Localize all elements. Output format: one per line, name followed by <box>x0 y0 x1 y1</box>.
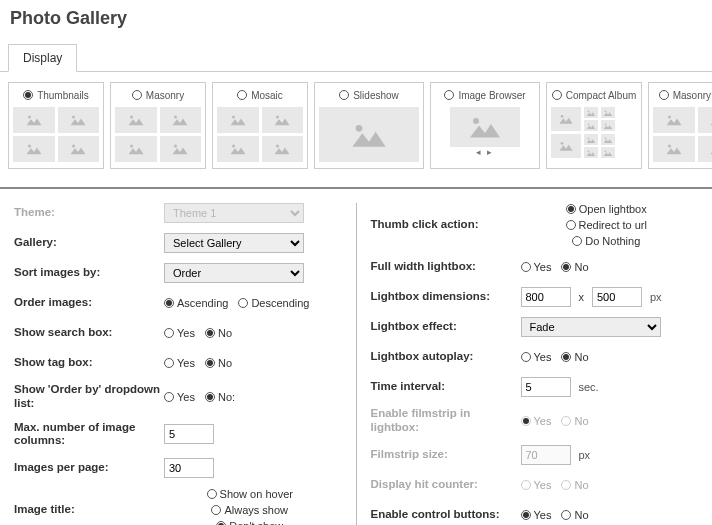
tag-no-radio[interactable]: No <box>205 357 232 369</box>
tag-yes-radio[interactable]: Yes <box>164 357 195 369</box>
imgtitle-hover-radio[interactable]: Show on hover <box>207 488 293 500</box>
page-title: Photo Gallery <box>10 8 702 29</box>
theme-select: Theme 1 <box>164 203 304 223</box>
svg-point-4 <box>130 116 133 119</box>
view-card-slideshow[interactable]: Slideshow <box>314 82 424 169</box>
interval-input[interactable] <box>521 377 571 397</box>
svg-point-26 <box>668 145 671 148</box>
view-card-masonry[interactable]: Masonry <box>110 82 206 169</box>
view-preview <box>115 107 201 162</box>
autoplay-label: Lightbox autoplay: <box>371 350 521 364</box>
page-header: Photo Gallery <box>0 0 712 43</box>
order-asc-radio[interactable]: Ascending <box>164 297 228 309</box>
ctrl-label: Enable control buttons: <box>371 508 521 522</box>
view-label: Image Browser <box>458 90 525 101</box>
interval-label: Time interval: <box>371 380 521 394</box>
orderby-label: Show 'Order by' dropdown list: <box>14 383 164 411</box>
svg-point-6 <box>130 145 133 148</box>
svg-point-16 <box>588 123 590 125</box>
view-card-masonry-albu[interactable]: Masonry Albu <box>648 82 712 169</box>
order-label: Order images: <box>14 296 164 310</box>
search-label: Show search box: <box>14 326 164 340</box>
tag-label: Show tag box: <box>14 356 164 370</box>
filmstrip-yes-radio: Yes <box>521 415 552 427</box>
settings-right-column: Thumb click action: Open lightbox Redire… <box>357 203 713 525</box>
svg-point-18 <box>605 123 607 125</box>
imgtitle-always-radio[interactable]: Always show <box>211 504 288 516</box>
svg-point-11 <box>276 145 279 148</box>
orderby-yes-radio[interactable]: Yes <box>164 391 195 403</box>
autoplay-no-radio[interactable]: No <box>561 351 588 363</box>
theme-label: Theme: <box>14 206 164 220</box>
filmstrip-no-radio: No <box>561 415 588 427</box>
view-label: Slideshow <box>353 90 399 101</box>
orderby-no-radio[interactable]: No: <box>205 391 235 403</box>
search-yes-radio[interactable]: Yes <box>164 327 195 339</box>
filmsize-input <box>521 445 571 465</box>
radio-icon <box>552 90 562 100</box>
maxcols-input[interactable] <box>164 424 214 444</box>
view-preview <box>319 107 419 162</box>
view-preview <box>551 107 637 158</box>
effect-label: Lightbox effect: <box>371 320 521 334</box>
view-label: Compact Album <box>566 90 637 101</box>
imgtitle-dont-radio[interactable]: Don't show <box>216 520 283 525</box>
hit-label: Display hit counter: <box>371 478 521 492</box>
view-type-selector: ThumbnailsMasonryMosaicSlideshowImage Br… <box>0 72 712 189</box>
radio-icon <box>339 90 349 100</box>
fullwidth-no-radio[interactable]: No <box>561 261 588 273</box>
ctrl-no-radio[interactable]: No <box>561 509 588 521</box>
view-preview: ◂ ▸ <box>435 107 535 157</box>
perpage-label: Images per page: <box>14 461 164 475</box>
view-preview <box>13 107 99 162</box>
dim-width-input[interactable] <box>521 287 571 307</box>
settings-panel: Theme: Theme 1 Gallery: Select Gallery S… <box>0 189 712 525</box>
view-preview <box>217 107 303 162</box>
svg-point-7 <box>174 145 177 148</box>
click-nothing-radio[interactable]: Do Nothing <box>572 235 640 247</box>
view-label: Masonry Albu <box>673 90 712 101</box>
dim-height-input[interactable] <box>592 287 642 307</box>
click-redirect-radio[interactable]: Redirect to url <box>566 219 647 231</box>
dim-label: Lightbox dimensions: <box>371 290 521 304</box>
gallery-select[interactable]: Select Gallery <box>164 233 304 253</box>
imgtitle-label: Image title: <box>14 503 164 517</box>
perpage-input[interactable] <box>164 458 214 478</box>
svg-point-8 <box>232 116 235 119</box>
settings-left-column: Theme: Theme 1 Gallery: Select Gallery S… <box>0 203 357 525</box>
radio-icon <box>659 90 669 100</box>
view-card-thumbnails[interactable]: Thumbnails <box>8 82 104 169</box>
svg-point-20 <box>588 137 590 139</box>
svg-point-19 <box>561 142 564 145</box>
click-label: Thumb click action: <box>371 218 521 232</box>
radio-icon <box>132 90 142 100</box>
svg-point-5 <box>174 116 177 119</box>
sort-label: Sort images by: <box>14 266 164 280</box>
view-label: Mosaic <box>251 90 283 101</box>
radio-icon <box>444 90 454 100</box>
view-card-compact-album[interactable]: Compact Album <box>546 82 642 169</box>
hit-yes-radio: Yes <box>521 479 552 491</box>
gallery-label: Gallery: <box>14 236 164 250</box>
view-card-mosaic[interactable]: Mosaic <box>212 82 308 169</box>
svg-point-24 <box>668 116 671 119</box>
filmsize-label: Filmstrip size: <box>371 448 521 462</box>
search-no-radio[interactable]: No <box>205 327 232 339</box>
order-desc-radio[interactable]: Descending <box>238 297 309 309</box>
svg-point-21 <box>588 150 590 152</box>
svg-point-10 <box>232 145 235 148</box>
fullwidth-yes-radio[interactable]: Yes <box>521 261 552 273</box>
effect-select[interactable]: Fade <box>521 317 661 337</box>
tab-display[interactable]: Display <box>8 44 77 72</box>
tab-bar: Display <box>0 43 712 72</box>
filmstrip-label: Enable filmstrip in lightbox: <box>371 407 521 435</box>
sort-select[interactable]: Order <box>164 263 304 283</box>
view-card-image-browser[interactable]: Image Browser◂ ▸ <box>430 82 540 169</box>
svg-point-0 <box>28 116 31 119</box>
view-preview <box>653 107 712 162</box>
autoplay-yes-radio[interactable]: Yes <box>521 351 552 363</box>
fullwidth-label: Full width lightbox: <box>371 260 521 274</box>
ctrl-yes-radio[interactable]: Yes <box>521 509 552 521</box>
click-open-radio[interactable]: Open lightbox <box>566 203 647 215</box>
svg-point-14 <box>561 115 564 118</box>
